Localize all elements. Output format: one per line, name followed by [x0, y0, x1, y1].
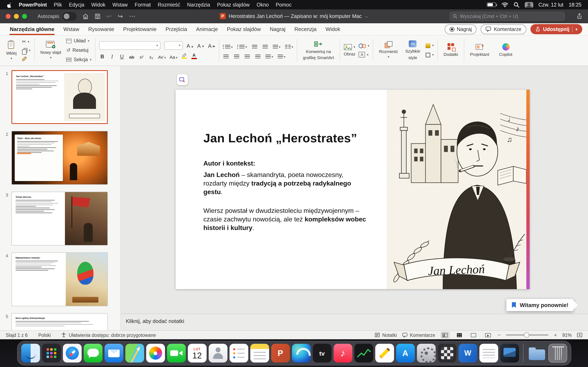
dock-powerpoint-icon[interactable]: P — [271, 344, 290, 363]
copilot-button[interactable]: Copilot — [497, 43, 514, 58]
language-indicator[interactable]: Polski — [38, 333, 51, 337]
tab-recenzja[interactable]: Recenzja — [290, 24, 320, 34]
dock-messages-icon[interactable] — [84, 344, 102, 363]
convert-to-smartart-button[interactable]: Konwertuj na grafikę SmartArt — [301, 38, 336, 63]
autosave-toggle[interactable] — [62, 12, 76, 20]
search-input[interactable] — [460, 13, 562, 19]
text-box-button[interactable]: A ▾ — [359, 51, 369, 58]
dock-safari-icon[interactable] — [63, 344, 81, 363]
bold-button[interactable]: B — [99, 52, 105, 59]
zoom-slider[interactable] — [506, 334, 549, 336]
font-size-combo[interactable]: ▾ — [164, 41, 183, 50]
dock-textedit-icon[interactable] — [479, 344, 498, 363]
dock-facetime-icon[interactable] — [167, 344, 186, 363]
menu-format[interactable]: Format — [135, 2, 151, 8]
zoom-out-button[interactable]: − — [498, 332, 501, 338]
align-left-button[interactable] — [223, 52, 229, 58]
notes-toggle[interactable]: Notatki — [375, 333, 397, 337]
menubar-date[interactable]: Czw. 12 lut — [538, 2, 563, 8]
notes-pane[interactable]: Kliknij, aby dodać notatki — [121, 314, 588, 330]
decrease-indent-button[interactable] — [251, 42, 258, 49]
superscript-button[interactable]: x² — [138, 52, 145, 59]
tab-przejscia[interactable]: Przejścia — [162, 24, 191, 34]
slideshow-button[interactable] — [484, 332, 493, 338]
dock-word-icon[interactable]: W — [458, 344, 477, 363]
slide-thumbnail-3[interactable]: Temat wiersza: — [11, 192, 108, 245]
dock-system-settings-icon[interactable] — [417, 344, 435, 363]
comments-toggle[interactable]: Komentarze — [402, 333, 435, 337]
share-button[interactable]: Udostępnij ▾ — [530, 24, 582, 34]
copy-button[interactable]: ▾ — [22, 47, 30, 53]
dock-notes-icon[interactable] — [250, 344, 269, 363]
addins-button[interactable]: Dodatki — [442, 38, 460, 63]
change-case-button[interactable]: Aa▾ — [170, 52, 178, 59]
comments-button[interactable]: Komentarze — [481, 24, 526, 34]
dock-downloads-icon[interactable] — [527, 344, 546, 363]
align-center-button[interactable] — [233, 52, 240, 58]
tab-rysowanie[interactable]: Rysowanie — [84, 24, 118, 34]
arrange-button[interactable]: Rozmieść ▾ — [377, 41, 400, 60]
dock-calendar-icon[interactable]: LUT 12 — [188, 344, 207, 363]
align-text-vertical-button[interactable]: ▾ — [278, 52, 285, 58]
zoom-in-button[interactable]: + — [554, 332, 557, 338]
format-painter-button[interactable] — [22, 55, 30, 62]
dock-app-store-icon[interactable]: A — [396, 344, 415, 363]
slide-title[interactable]: Jan Lechoń „Herostrates” — [203, 131, 383, 145]
menu-rozmiesc[interactable]: Rozmieść — [158, 2, 180, 8]
highlight-color-button[interactable] — [181, 52, 187, 59]
document-title-group[interactable]: P Herostrates Jan Lechoń — Zapisano w: m… — [220, 13, 368, 19]
quick-styles-button[interactable]: Aa Szybkie style — [403, 40, 423, 60]
dock-pencil-app-icon[interactable] — [375, 344, 394, 363]
new-slide-button[interactable]: Nowy slajd ▾ — [38, 40, 63, 61]
menu-wstaw[interactable]: Wstaw — [112, 2, 128, 8]
ribbon-search-field[interactable] — [450, 12, 565, 21]
dock-photos-icon[interactable] — [146, 344, 165, 363]
dock-finder-icon[interactable] — [21, 344, 40, 363]
home-icon[interactable] — [82, 13, 88, 19]
record-button[interactable]: Nagraj — [444, 24, 477, 34]
save-icon[interactable] — [95, 13, 100, 19]
numbering-button[interactable]: ▾ — [237, 42, 247, 49]
dock-chess-icon[interactable] — [438, 344, 456, 363]
dock-music-icon[interactable]: ♪ — [333, 344, 352, 363]
tab-projektowanie[interactable]: Projektowanie — [119, 24, 160, 34]
cut-button[interactable]: ✂▾ — [22, 38, 30, 45]
apple-menu-icon[interactable] — [7, 1, 12, 8]
shapes-button[interactable]: ▾ — [359, 42, 369, 49]
notes-placeholder[interactable]: Kliknij, aby dodać notatki — [126, 318, 184, 324]
reset-button[interactable]: ↺ Resetuj — [66, 47, 91, 54]
menu-pomoc[interactable]: Pomoc — [276, 2, 292, 8]
minimize-window-button[interactable] — [14, 14, 19, 18]
menu-widok[interactable]: Widok — [91, 2, 105, 8]
dock-reminders-icon[interactable] — [229, 344, 248, 363]
underline-button[interactable]: U — [119, 52, 125, 59]
text-direction-button[interactable]: ▾ — [265, 52, 273, 58]
menu-plik[interactable]: Plik — [54, 2, 62, 8]
dock-contacts-icon[interactable] — [208, 344, 227, 363]
zoom-slider-knob[interactable] — [524, 332, 529, 338]
redo-icon[interactable]: ↪ — [118, 12, 123, 20]
line-spacing-button[interactable]: ▾ — [273, 42, 281, 49]
normal-view-button[interactable] — [441, 332, 450, 338]
tab-widok[interactable]: Widok — [321, 24, 344, 34]
strikethrough-button[interactable]: ab — [129, 52, 135, 59]
layout-button[interactable]: Układ▾ — [66, 37, 91, 44]
slide-heading[interactable]: Autor i kontekst: — [203, 160, 371, 167]
wifi-icon[interactable] — [501, 2, 508, 7]
font-color-button[interactable]: A — [191, 52, 197, 59]
italic-button[interactable]: I — [109, 52, 115, 59]
paste-button[interactable]: Wklej ▾ — [4, 39, 18, 61]
slide-canvas[interactable]: Jan Lechoń „Herostrates” Autor i konteks… — [121, 66, 588, 330]
menu-narzedzia[interactable]: Narzędzia — [187, 2, 210, 8]
accessibility-status[interactable]: Ułatwienia dostępu: dobrze przygotowane — [61, 332, 156, 338]
slide-thumbnail-1[interactable]: Jan Lechoń „Herostrates” — [11, 70, 108, 124]
character-spacing-button[interactable]: AV▾ — [158, 52, 166, 59]
slide-thumbnail-5[interactable]: Sens ogólny (interpretacja): — [11, 313, 108, 330]
tab-animacje[interactable]: Animacje — [192, 24, 222, 34]
design-ideas-button[interactable] — [177, 74, 188, 85]
shape-fill-button[interactable]: ▾ — [426, 42, 434, 49]
designer-button[interactable]: Projektant — [468, 43, 492, 58]
slide-paragraph-2[interactable]: Wiersz powstał w dwudziestoleciu międzyw… — [203, 206, 367, 232]
more-options-icon[interactable]: ⋯ — [129, 12, 136, 20]
grow-font-button[interactable]: A▲ — [187, 42, 194, 49]
